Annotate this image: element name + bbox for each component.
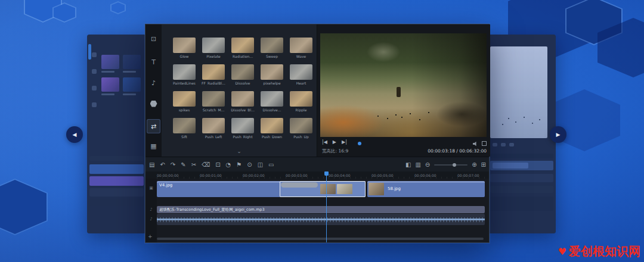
decor-timeline-strip xyxy=(89,176,144,186)
decor-icon xyxy=(493,143,497,146)
scroll-more-button[interactable]: ⌄ xyxy=(162,148,317,155)
zoom-out-button[interactable]: ⊖ xyxy=(425,161,430,168)
effect-item[interactable]: Dissolve_Bl... xyxy=(231,91,254,112)
undo-button[interactable]: ↶ xyxy=(160,161,165,168)
playhead-handle[interactable] xyxy=(324,171,329,176)
track-manager-button[interactable]: ▤ xyxy=(149,161,154,168)
carousel-next-button[interactable]: ▶ xyxy=(550,126,566,143)
heart-icon: ♥ xyxy=(558,247,566,257)
clip-label: 58.jpg xyxy=(388,186,401,191)
effect-thumbnail xyxy=(173,64,196,80)
filmstrip-frame xyxy=(337,184,352,194)
decor-sidebar-icon xyxy=(92,52,97,57)
decor-timeline-strip xyxy=(89,156,144,161)
zoom-in-button[interactable]: ⊕ xyxy=(472,161,476,168)
play-button[interactable]: ▶ xyxy=(333,139,336,145)
snapshot-button[interactable]: ◫ xyxy=(258,161,263,168)
effect-item[interactable]: Dissolve xyxy=(231,64,254,85)
effect-thumbnail xyxy=(202,91,225,107)
background-window-left xyxy=(87,35,146,233)
sidebar-transitions-tab[interactable]: ⇄ xyxy=(147,119,160,133)
effect-item[interactable]: Push_Right xyxy=(231,118,254,139)
ruler-tick: 00:00:07:00 xyxy=(457,173,479,177)
effect-label: Scratch_M... xyxy=(200,108,227,112)
effect-item[interactable]: Push_Down xyxy=(261,118,283,139)
person-figure xyxy=(397,87,401,97)
decor-clip xyxy=(493,163,528,169)
sidebar-split-screen-tab[interactable]: ▦ xyxy=(147,139,160,153)
crop-button[interactable]: ⊡ xyxy=(215,161,220,168)
effect-label: Pixelate xyxy=(200,54,227,58)
effect-thumbnail xyxy=(261,38,283,53)
effect-thumbnail xyxy=(290,64,312,80)
video-clip-1[interactable]: V4.jpg xyxy=(157,181,366,197)
filmstrip-frame xyxy=(369,183,384,195)
zoom-slider[interactable] xyxy=(434,164,467,166)
effect-item[interactable]: Sift xyxy=(173,118,196,139)
effect-item[interactable]: Radiation... xyxy=(231,38,254,58)
effect-item[interactable]: FF_RadialBl... xyxy=(202,64,225,85)
effect-label: Heart xyxy=(288,81,314,85)
effect-item[interactable]: pixehelpe xyxy=(261,64,283,85)
ruler-tick: 00:00:00:00 xyxy=(157,173,179,177)
record-button[interactable]: ⊙ xyxy=(247,161,252,168)
effect-label: Dissolve xyxy=(230,81,256,85)
music-track-icon: ♪ xyxy=(145,207,157,212)
marker-button[interactable]: ⚑ xyxy=(236,161,242,168)
preview-panel: |◀▶▶| 宽高比: 16:9 00:00:03:18 / 00:06:32:0… xyxy=(317,24,490,157)
preset-layout-button[interactable]: ◧ xyxy=(405,161,411,168)
speed-button[interactable]: ◔ xyxy=(226,161,231,168)
render-button[interactable]: ▭ xyxy=(268,161,274,168)
ruler-tick: 00:00:05:00 xyxy=(371,173,394,177)
sidebar-media-tab[interactable]: ⊡ xyxy=(147,32,160,46)
audio-clip-label: 超级配乐-TranscendingLove_Full_爱给网_aigei_com… xyxy=(157,206,485,213)
effect-item[interactable]: Glow xyxy=(173,38,196,58)
timeline-ruler[interactable]: 00:00:00:0000:00:01:0000:00:02:0000:00:0… xyxy=(145,171,489,179)
split-button[interactable]: ✂ xyxy=(191,161,196,168)
effect-thumbnail xyxy=(202,118,225,133)
audio-clip[interactable]: 超级配乐-TranscendingLove_Full_爱给网_aigei_com… xyxy=(157,206,485,213)
effect-item[interactable]: Wave xyxy=(290,38,312,58)
carousel-prev-button[interactable]: ◀ xyxy=(66,126,83,143)
redo-button[interactable]: ↷ xyxy=(171,161,175,168)
effect-thumbnail xyxy=(261,91,283,107)
video-clip-2[interactable]: 58.jpg xyxy=(367,181,485,197)
effect-label: Glow xyxy=(171,54,197,58)
effect-item[interactable]: Pixelate xyxy=(202,38,225,58)
effect-item[interactable]: Sweep xyxy=(261,38,283,58)
add-track-button[interactable]: + xyxy=(148,233,153,239)
effect-item[interactable]: Dissolve... xyxy=(261,91,283,112)
zoom-slider-handle[interactable] xyxy=(453,163,456,167)
effect-item[interactable]: Push_Left xyxy=(202,118,225,139)
timeline-scrollbar[interactable] xyxy=(157,238,484,240)
effect-item[interactable]: Ripple xyxy=(290,91,312,112)
decor-thumbnail xyxy=(123,55,141,69)
delete-button[interactable]: ⌫ xyxy=(202,161,210,168)
sidebar-titles-tab[interactable]: T xyxy=(147,55,160,69)
next-frame-button[interactable]: ▶| xyxy=(342,139,347,145)
effect-item[interactable]: PaintedLines xyxy=(173,64,196,85)
effect-item[interactable]: Scratch_M... xyxy=(202,91,225,112)
transition-overlay[interactable] xyxy=(281,182,318,188)
decor-sidebar-icon xyxy=(92,86,97,91)
effect-item[interactable]: Push_Up xyxy=(290,118,312,139)
selected-segment[interactable] xyxy=(280,181,366,197)
effect-item[interactable]: spikes xyxy=(173,91,196,112)
volume-icon[interactable] xyxy=(473,141,478,146)
effect-label: pixehelpe xyxy=(259,81,285,85)
edit-button[interactable]: ✎ xyxy=(181,161,185,168)
previous-frame-button[interactable]: |◀ xyxy=(322,139,327,145)
effect-thumbnail xyxy=(290,118,312,133)
layout-button[interactable]: ▥ xyxy=(415,161,420,168)
sidebar-audio-tab[interactable]: ♪ xyxy=(147,76,160,90)
effect-item[interactable]: Heart xyxy=(290,64,312,85)
fit-timeline-button[interactable]: ⊞ xyxy=(481,161,486,168)
preview-progress-dot xyxy=(358,142,361,145)
fullscreen-icon[interactable] xyxy=(482,141,487,146)
audio-waveform[interactable] xyxy=(157,214,485,225)
effect-label: FF_RadialBl... xyxy=(200,81,227,85)
playhead[interactable] xyxy=(326,171,327,242)
preview-video[interactable] xyxy=(320,33,487,137)
decor-timeline-strip xyxy=(490,174,553,182)
sidebar-effects-tab[interactable] xyxy=(147,96,160,111)
